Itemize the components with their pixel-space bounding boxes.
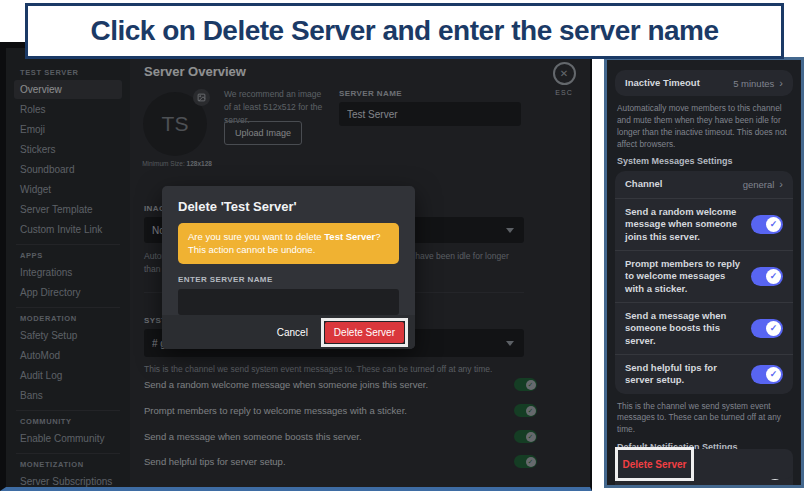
boost-message-toggle-mobile[interactable]: ✓ xyxy=(751,319,783,338)
instruction-text: Click on Delete Server and enter the ser… xyxy=(90,15,718,47)
sticker-prompt-toggle-mobile[interactable]: ✓ xyxy=(751,267,783,286)
chevron-right-icon: › xyxy=(779,179,783,190)
system-messages-hint: This is the channel we send system event… xyxy=(617,401,791,436)
discord-desktop-settings-window: TEST SERVER Overview Roles Emoji Sticker… xyxy=(0,42,592,491)
delete-warning-message: Are you sure you want to delete Test Ser… xyxy=(178,223,399,264)
modal-footer: Cancel Delete Server xyxy=(162,315,415,349)
welcome-message-toggle-mobile[interactable]: ✓ xyxy=(751,215,783,234)
delete-server-button-mobile[interactable]: Delete Server xyxy=(623,459,687,470)
inactive-timeout-hint: Automatically move members to this chann… xyxy=(617,103,791,150)
inactive-timeout-value: 5 minutes xyxy=(733,78,774,89)
sticker-prompt-row: Prompt members to reply to welcome messa… xyxy=(615,250,793,302)
channel-label: Channel xyxy=(625,178,743,190)
inactive-timeout-label: Inactive Timeout xyxy=(625,77,733,89)
enter-server-name-label: ENTER SERVER NAME xyxy=(178,275,399,284)
channel-value: general xyxy=(743,179,775,190)
check-icon: ✓ xyxy=(766,321,781,336)
only-mentions-row[interactable]: Only @mentions xyxy=(615,487,793,488)
helpful-tips-toggle-mobile[interactable]: ✓ xyxy=(751,365,783,384)
delete-server-highlight-box: Delete Server xyxy=(321,318,408,347)
server-name-confirm-input[interactable] xyxy=(178,289,399,315)
helpful-tips-row: Send helpful tips for server setup. ✓ xyxy=(615,354,793,394)
check-icon: ✓ xyxy=(766,269,781,284)
inactive-timeout-card: Inactive Timeout 5 minutes › xyxy=(615,70,793,96)
inactive-timeout-row[interactable]: Inactive Timeout 5 minutes › xyxy=(615,70,793,96)
welcome-message-row: Send a random welcome message when someo… xyxy=(615,198,793,250)
instruction-banner: Click on Delete Server and enter the ser… xyxy=(25,3,784,59)
check-icon: ✓ xyxy=(766,367,781,382)
check-icon: ✓ xyxy=(766,217,781,232)
chevron-right-icon: › xyxy=(779,78,783,89)
delete-server-modal: Delete 'Test Server' Are you sure you wa… xyxy=(162,186,415,349)
delete-server-highlight-box-mobile: Delete Server xyxy=(615,447,694,481)
system-messages-card: Channel general › Send a random welcome … xyxy=(615,171,793,393)
delete-server-card: Delete Server xyxy=(615,449,793,479)
cancel-button[interactable]: Cancel xyxy=(277,327,308,338)
discord-mobile-settings-panel: Inactive Timeout 5 minutes › Automatical… xyxy=(604,57,804,488)
system-messages-section-label: System Messages Settings xyxy=(617,156,793,166)
channel-row[interactable]: Channel general › xyxy=(615,171,793,197)
boost-message-row: Send a message when someone boosts this … xyxy=(615,302,793,354)
delete-server-button[interactable]: Delete Server xyxy=(325,322,404,343)
modal-title: Delete 'Test Server' xyxy=(162,186,415,214)
